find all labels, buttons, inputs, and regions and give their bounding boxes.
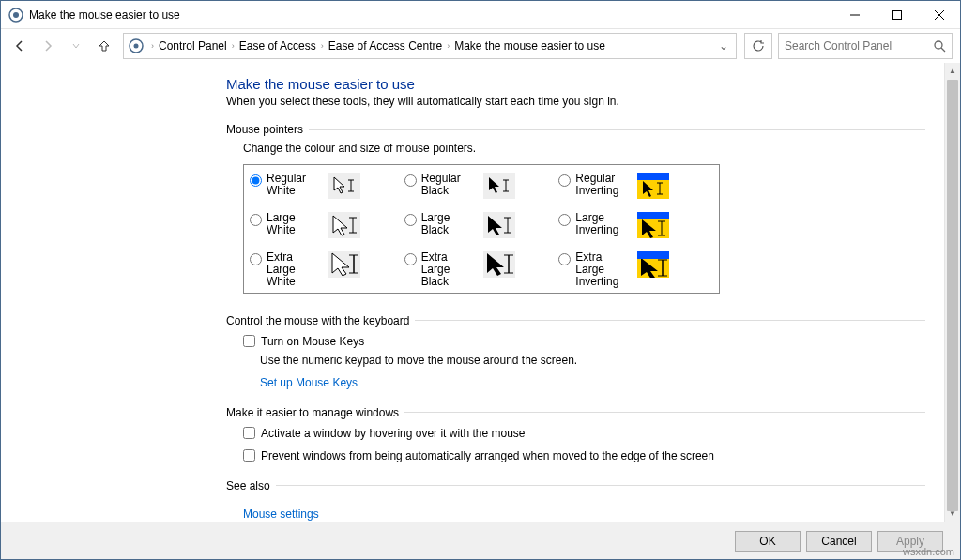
link-mouse-settings[interactable]: Mouse settings	[226, 507, 319, 521]
checkbox-prevent-arrange-input[interactable]	[243, 449, 255, 462]
minimize-button[interactable]	[833, 1, 876, 28]
radio-regular-white[interactable]	[250, 174, 262, 187]
recent-dropdown[interactable]	[65, 35, 87, 57]
section-manage-windows: Make it easier to manage windows	[226, 406, 944, 419]
pointer-options-grid: Regular White Regular Black Regular Inve…	[243, 164, 720, 294]
vertical-scrollbar[interactable]: ▲ ▼	[944, 63, 960, 522]
svg-line-9	[941, 48, 945, 52]
search-box[interactable]	[778, 33, 953, 59]
window-controls	[833, 1, 960, 28]
cancel-button[interactable]: Cancel	[806, 531, 872, 552]
radio-large-inverting[interactable]	[558, 214, 571, 226]
scroll-up-icon[interactable]: ▲	[945, 63, 960, 79]
section-mouse-pointers: Mouse pointers	[226, 123, 944, 136]
scroll-thumb[interactable]	[947, 80, 958, 511]
checkbox-prevent-arrange[interactable]: Prevent windows from being automatically…	[226, 449, 944, 462]
dialog-footer: OK Cancel Apply	[1, 522, 960, 559]
pointer-preview-icon	[637, 212, 669, 238]
radio-large-white[interactable]	[250, 214, 262, 226]
checkbox-mouse-keys[interactable]: Turn on Mouse Keys	[226, 335, 944, 348]
content-area: Make the mouse easier to use When you se…	[1, 63, 960, 522]
crumb-ease-of-access-centre[interactable]: Ease of Access Centre	[327, 39, 444, 53]
watermark: wsxdn.com	[903, 546, 954, 557]
section-see-also: See also	[226, 479, 944, 492]
svg-rect-3	[892, 10, 901, 19]
pointer-preview-icon	[637, 173, 669, 199]
chevron-right-icon: ›	[318, 41, 327, 51]
pointer-preview-icon	[483, 251, 515, 278]
checkbox-mouse-keys-input[interactable]	[243, 335, 255, 347]
crumb-current[interactable]: Make the mouse easier to use	[452, 39, 607, 53]
radio-regular-black[interactable]	[404, 174, 417, 187]
search-input[interactable]	[785, 39, 933, 53]
pointer-preview-icon	[483, 212, 515, 238]
app-icon	[8, 8, 23, 23]
radio-regular-inverting[interactable]	[558, 174, 571, 187]
addressbar[interactable]: › Control Panel › Ease of Access › Ease …	[123, 33, 737, 59]
radio-extra-large-black[interactable]	[404, 253, 417, 265]
ok-button[interactable]: OK	[735, 531, 801, 552]
mouse-pointers-desc: Change the colour and size of mouse poin…	[226, 142, 944, 155]
pointer-option-regular-black[interactable]: Regular Black	[404, 173, 559, 199]
section-keyboard: Control the mouse with the keyboard	[226, 314, 944, 327]
pointer-option-regular-white[interactable]: Regular White	[250, 173, 404, 199]
close-button[interactable]	[918, 1, 960, 28]
address-dropdown-icon[interactable]: ⌄	[715, 39, 732, 53]
refresh-button[interactable]	[744, 33, 772, 59]
pointer-option-large-black[interactable]: Large Black	[404, 212, 559, 238]
link-setup-mouse-keys[interactable]: Set up Mouse Keys	[226, 376, 358, 389]
chevron-right-icon: ›	[148, 41, 157, 51]
search-icon[interactable]	[933, 39, 946, 53]
checkbox-activate-hover[interactable]: Activate a window by hovering over it wi…	[226, 427, 944, 440]
svg-point-8	[935, 41, 942, 49]
checkbox-activate-hover-input[interactable]	[243, 427, 255, 439]
page-subtitle: When you select these tools, they will a…	[226, 95, 944, 108]
pointer-option-large-inverting[interactable]: Large Inverting	[558, 212, 713, 238]
pointer-preview-icon	[637, 251, 669, 278]
crumb-ease-of-access[interactable]: Ease of Access	[237, 39, 318, 53]
pointer-preview-icon	[328, 173, 360, 199]
pointer-preview-icon	[483, 173, 515, 199]
page-title: Make the mouse easier to use	[226, 76, 944, 92]
mouse-keys-desc: Use the numeric keypad to move the mouse…	[226, 354, 944, 367]
svg-point-1	[13, 12, 19, 18]
radio-large-black[interactable]	[404, 214, 417, 226]
up-button[interactable]	[93, 35, 115, 57]
window: Make the mouse easier to use › Control P…	[0, 0, 961, 560]
pointer-option-extra-large-white[interactable]: Extra Large White	[250, 251, 404, 289]
radio-extra-large-inverting[interactable]	[558, 253, 571, 265]
forward-button[interactable]	[37, 35, 59, 57]
crumb-control-panel[interactable]: Control Panel	[157, 39, 229, 53]
radio-extra-large-white[interactable]	[250, 253, 262, 265]
navbar: › Control Panel › Ease of Access › Ease …	[1, 29, 960, 63]
main-content: Make the mouse easier to use When you se…	[1, 63, 944, 522]
svg-point-7	[134, 44, 139, 49]
pointer-option-regular-inverting[interactable]: Regular Inverting	[558, 173, 713, 199]
window-title: Make the mouse easier to use	[29, 8, 833, 22]
pointer-option-extra-large-black[interactable]: Extra Large Black	[404, 251, 559, 289]
maximize-button[interactable]	[876, 1, 918, 28]
chevron-right-icon: ›	[229, 41, 237, 51]
scroll-down-icon[interactable]: ▼	[945, 506, 960, 522]
pointer-option-extra-large-inverting[interactable]: Extra Large Inverting	[558, 251, 713, 289]
back-button[interactable]	[8, 35, 31, 57]
control-panel-icon	[128, 38, 145, 54]
pointer-preview-icon	[328, 212, 360, 238]
chevron-right-icon: ›	[444, 41, 452, 51]
pointer-preview-icon	[328, 251, 360, 278]
pointer-option-large-white[interactable]: Large White	[250, 212, 404, 238]
titlebar: Make the mouse easier to use	[1, 1, 960, 29]
